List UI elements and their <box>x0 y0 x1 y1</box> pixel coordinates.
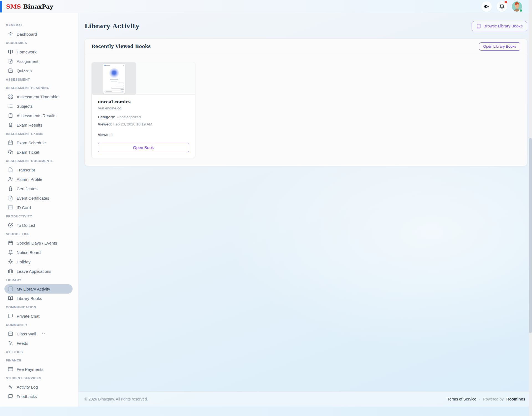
sidebar-item-label: Certificates <box>17 186 37 191</box>
sidebar-item-dashboard[interactable]: Dashboard <box>4 29 73 39</box>
sidebar-item-feeds[interactable]: Feeds <box>4 338 73 348</box>
sidebar-item-alumni-profile[interactable]: Alumni Profile <box>4 174 73 184</box>
sidebar-item-label: Assessment Timetable <box>17 94 58 99</box>
sidebar-section-label-assessment-planning: ASSESSMENT PLANNING <box>0 84 78 92</box>
clipboard-icon <box>8 113 13 118</box>
book-views-row: Views:1 <box>98 132 189 137</box>
user-avatar[interactable] <box>512 1 522 12</box>
sidebar-item-label: Private Chat <box>17 314 40 318</box>
copyright-text: © 2026 Binaxpay. All rights reserved. <box>85 397 148 401</box>
sidebar-item-label: Assignment <box>17 59 38 63</box>
scrollbar-thumb[interactable] <box>529 138 532 333</box>
content-spacer <box>85 166 527 391</box>
sidebar-item-fee-payments[interactable]: Fee Payments <box>4 364 73 374</box>
download-cloud-icon <box>8 150 13 155</box>
panel-header: Recently Viewed Books Open Library Books <box>85 39 527 54</box>
sidebar-item-label: Dashboard <box>17 32 37 36</box>
briefcase-icon <box>8 269 13 274</box>
sidebar-item-leave-applications[interactable]: Leave Applications <box>4 266 73 276</box>
sidebar-section-label-utilities: UTILITIES <box>0 348 78 356</box>
sidebar-section-label-productivity: PRODUCTIVITY <box>0 212 78 220</box>
sidebar-item-label: Notice Board <box>17 250 41 255</box>
sidebar-item-label: Exam Results <box>17 123 42 127</box>
sidebar-item-id-card[interactable]: ID Card <box>4 203 73 212</box>
book-cover-preview <box>103 64 125 94</box>
app-shell: GENERALDashboardACADEMICSHomeworkAssignm… <box>0 13 532 407</box>
preview-ai-blob <box>109 68 119 78</box>
file-text-icon <box>8 59 13 64</box>
sidebar-item-library-books[interactable]: Library Books <box>4 294 73 303</box>
sidebar-item-label: Quizzes <box>17 68 32 73</box>
sidebar-item-exam-ticket[interactable]: Exam Ticket <box>4 147 73 157</box>
sidebar-item-assignment[interactable]: Assignment <box>4 57 73 66</box>
user-check-icon <box>8 177 13 182</box>
sun-icon <box>8 259 13 264</box>
sidebar-item-transcript[interactable]: Transcript <box>4 165 73 174</box>
sidebar-item-homework[interactable]: Homework <box>4 47 73 57</box>
sidebar-item-label: Feedbacks <box>17 394 37 399</box>
sidebar-item-feedbacks[interactable]: Feedbacks <box>4 392 73 401</box>
category-label: Category: <box>98 115 115 119</box>
footer-links: Terms of Service · Powered by Roominos <box>447 397 525 401</box>
app-window: SMS BinaxPay <box>0 0 532 407</box>
sidebar-item-private-chat[interactable]: Private Chat <box>4 311 73 321</box>
sidebar-item-label: Event Certificates <box>17 196 49 200</box>
sidebar-item-special-days-events[interactable]: Special Days / Events <box>4 238 73 248</box>
theme-toggle-icon <box>484 4 490 9</box>
logo-sms: SMS <box>6 3 21 10</box>
terms-of-service-link[interactable]: Terms of Service <box>447 397 476 401</box>
sidebar-item-activity-log[interactable]: Activity Log <box>4 382 73 392</box>
sidebar-item-label: Leave Applications <box>17 269 51 273</box>
sidebar-item-assessments-results[interactable]: Assessments Results <box>4 111 73 120</box>
theme-toggle-button[interactable] <box>481 1 492 12</box>
sidebar-item-my-library-activity[interactable]: My Library Activity <box>4 284 73 294</box>
rss-icon <box>8 341 13 346</box>
message-square-icon <box>8 314 13 319</box>
sidebar-item-label: To Do List <box>17 223 35 227</box>
book-icon <box>8 286 13 291</box>
notifications-button[interactable] <box>497 1 507 12</box>
book-card-body: unreal comics real engine co Category:Un… <box>92 95 195 158</box>
sidebar-item-to-do-list[interactable]: To Do List <box>4 220 73 230</box>
preview-input-bar <box>104 91 124 93</box>
page-title: Library Activity <box>85 22 139 30</box>
message-square-icon <box>8 394 13 399</box>
sidebar-item-label: Fee Payments <box>17 367 44 371</box>
sidebar-item-label: Special Days / Events <box>17 241 57 245</box>
grid-icon <box>8 94 13 99</box>
sidebar-nav: GENERALDashboardACADEMICSHomeworkAssignm… <box>0 21 78 401</box>
sidebar-item-label: Activity Log <box>17 385 38 389</box>
sidebar-item-certificates[interactable]: Certificates <box>4 184 73 193</box>
sidebar-item-exam-results[interactable]: Exam Results <box>4 120 73 130</box>
book-icon <box>476 24 481 29</box>
sidebar-item-holiday[interactable]: Holiday <box>4 257 73 266</box>
browse-library-books-button[interactable]: Browse Library Books <box>472 21 527 31</box>
sidebar-item-class-wall[interactable]: Class Wall <box>4 329 73 338</box>
scrollbar-track <box>529 0 532 416</box>
calendar-icon <box>8 240 13 245</box>
panel-title: Recently Viewed Books <box>91 44 151 49</box>
logo-brand: BinaxPay <box>23 3 53 10</box>
sidebar-section-label-assessment: ASSESSMENT <box>0 75 78 84</box>
sidebar-item-label: My Library Activity <box>17 287 50 291</box>
sidebar-item-assessment-timetable[interactable]: Assessment Timetable <box>4 92 73 101</box>
sidebar-item-quizzes[interactable]: Quizzes <box>4 66 73 75</box>
sidebar-item-event-certificates[interactable]: Event Certificates <box>4 193 73 203</box>
sidebar-item-notice-board[interactable]: Notice Board <box>4 248 73 257</box>
book-thumbnail[interactable] <box>92 62 136 95</box>
list-icon <box>8 104 13 109</box>
open-library-books-button[interactable]: Open Library Books <box>479 42 520 51</box>
award-icon <box>8 186 13 191</box>
file-text-icon <box>8 167 13 172</box>
book-card: unreal comics real engine co Category:Un… <box>91 62 195 158</box>
open-book-button[interactable]: Open Book <box>98 143 189 152</box>
sidebar-item-label: Homework <box>17 50 37 54</box>
book-viewed-row: Viewed:Feb 23, 2026 10:19 AM <box>98 122 189 127</box>
page-header-row: Library Activity Browse Library Books <box>85 21 527 31</box>
book-title: unreal comics <box>98 99 189 104</box>
sidebar-item-subjects[interactable]: Subjects <box>4 101 73 111</box>
sidebar-item-exam-schedule[interactable]: Exam Schedule <box>4 138 73 147</box>
sidebar-section-label-assessment-exams: ASSESSMENT EXAMS <box>0 130 78 138</box>
activity-icon <box>8 384 13 389</box>
sidebar-section-label-assessment-documents: ASSESSMENT DOCUMENTS <box>0 157 78 165</box>
